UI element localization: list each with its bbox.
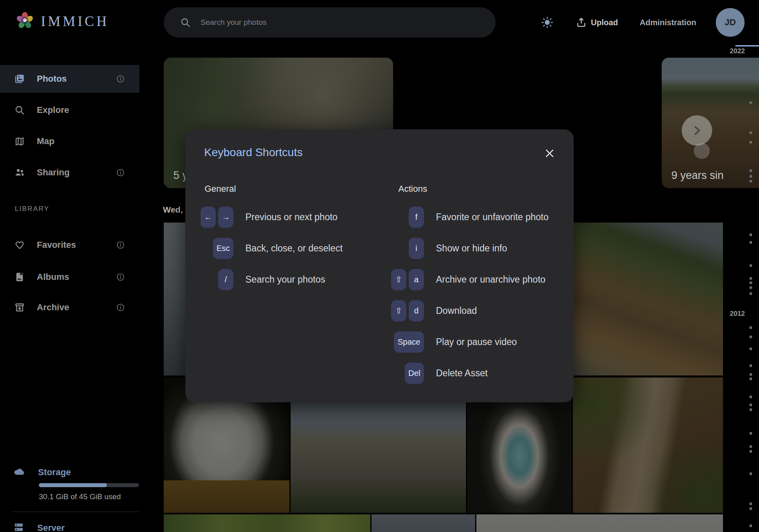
shortcut-row: fFavorite or unfavorite photo — [394, 201, 559, 233]
search-input[interactable] — [200, 18, 458, 27]
shortcut-label: Delete Asset — [436, 368, 488, 379]
sidebar-item-photos[interactable]: Photos — [0, 65, 139, 93]
search-icon — [180, 17, 191, 28]
scrubber-position-indicator — [735, 45, 759, 46]
upload-button[interactable]: Upload — [576, 12, 618, 33]
immich-logo[interactable]: IMMICH — [15, 11, 109, 32]
cloud-icon — [13, 465, 26, 480]
shortcut-row: ←→Previous or next photo — [200, 201, 394, 233]
modal-title: Keyboard Shortcuts — [204, 146, 303, 159]
scrubber-dot — [749, 472, 752, 475]
search-bar[interactable] — [164, 7, 496, 38]
sidebar-item-label: Archive — [37, 302, 69, 313]
shortcut-label: Back, close, or deselect — [245, 243, 343, 254]
logo-wordmark: IMMICH — [41, 14, 109, 30]
info-icon — [116, 74, 125, 83]
scrubber-dot — [749, 395, 752, 398]
shortcut-keys: / — [200, 269, 233, 290]
sidebar-item-map[interactable]: Map — [0, 127, 139, 155]
keycap: Esc — [213, 238, 233, 259]
sidebar-item-explore[interactable]: Explore — [0, 96, 139, 124]
sidebar: Photos Explore — [0, 45, 139, 532]
sidebar-item-albums[interactable]: Albums — [0, 263, 139, 291]
scrubber-dot — [749, 141, 752, 144]
storage-heading: Storage — [38, 467, 71, 478]
scrubber-dot — [749, 326, 752, 329]
scrubber-dot — [749, 364, 752, 367]
scrubber-dot — [749, 432, 752, 435]
sidebar-item-archive[interactable]: Archive — [0, 293, 139, 321]
shortcut-row: SpacePlay or pause video — [394, 326, 559, 357]
albums-icon — [14, 271, 25, 283]
shortcut-keys: i — [394, 238, 424, 259]
shortcut-keys: Del — [394, 363, 424, 384]
scrubber-dot — [749, 180, 752, 183]
scrubber-dot — [749, 286, 752, 289]
scrubber-dot — [749, 524, 752, 527]
sidebar-item-label: Explore — [37, 105, 69, 115]
info-icon — [116, 168, 125, 177]
scrubber-dot — [749, 335, 752, 338]
shortcut-row: iShow or hide info — [394, 233, 559, 264]
scrubber-dot — [749, 175, 752, 178]
shortcut-keys: ⇧a — [394, 269, 424, 290]
shortcut-section-heading: General — [205, 183, 394, 195]
memory-card-3-label: 9 years sin — [671, 169, 724, 182]
scrubber-dot — [749, 445, 752, 448]
storage-progress-fill — [39, 483, 107, 487]
shortcut-label: Play or pause video — [436, 337, 517, 347]
timeline-scrubber[interactable]: 2022 2012 — [727, 45, 759, 532]
shortcut-section-heading: Actions — [398, 183, 559, 195]
shortcut-columns: General←→Previous or next photoEscBack, … — [200, 183, 559, 389]
shortcut-label: Archive or unarchive photo — [436, 274, 546, 285]
library-section-heading: LIBRARY — [15, 205, 49, 213]
sidebar-item-label: Favorites — [37, 240, 76, 250]
storage-usage-text: 30.1 GiB of 45 GiB used — [39, 492, 121, 501]
keycap: → — [218, 207, 233, 228]
shortcut-row: /Search your photos — [200, 264, 394, 295]
photo-thumbnail[interactable] — [573, 377, 723, 513]
upload-icon — [576, 17, 587, 28]
photo-thumbnail[interactable] — [371, 514, 475, 532]
shortcut-row: EscBack, close, or deselect — [200, 233, 394, 264]
keycap: Space — [394, 331, 424, 353]
scrubber-dot — [749, 373, 752, 376]
shortcut-label: Previous or next photo — [245, 212, 337, 223]
chevron-right-icon — [690, 124, 704, 137]
shortcut-column: ActionsfFavorite or unfavorite photoiSho… — [394, 183, 559, 389]
date-group-header: Wed, — [163, 205, 183, 215]
sidebar-item-label: Albums — [37, 272, 69, 282]
photo-thumbnail[interactable] — [164, 514, 370, 532]
memory-next-button[interactable] — [682, 115, 712, 146]
archive-icon — [14, 302, 25, 313]
scrubber-dot — [749, 101, 752, 104]
close-button[interactable] — [541, 145, 558, 162]
photo-thumbnail[interactable] — [476, 514, 723, 532]
shortcut-keys: Esc — [200, 238, 233, 259]
shortcut-row: ⇧dDownload — [394, 295, 559, 326]
shortcut-row: ⇧aArchive or unarchive photo — [394, 264, 559, 295]
scrubber-dot — [749, 277, 752, 280]
shortcut-keys: ⇧d — [394, 300, 424, 321]
shortcut-keys: Space — [394, 331, 424, 353]
shortcut-keys: f — [394, 207, 424, 228]
user-avatar[interactable]: JD — [716, 8, 745, 37]
shortcut-label: Favorite or unfavorite photo — [436, 212, 548, 223]
scrubber-dot — [749, 131, 752, 134]
administration-label: Administration — [640, 18, 696, 27]
photos-icon — [14, 73, 25, 84]
scrubber-dot — [749, 347, 752, 350]
keycap: ⇧ — [391, 269, 406, 290]
sidebar-item-favorites[interactable]: Favorites — [0, 231, 139, 259]
server-icon — [13, 521, 25, 532]
server-heading: Server — [37, 523, 65, 532]
scrubber-dot — [749, 502, 752, 505]
scrubber-dot — [749, 450, 752, 453]
sidebar-item-sharing[interactable]: Sharing — [0, 159, 139, 187]
keycap: ← — [201, 207, 216, 228]
close-icon — [544, 147, 556, 159]
theme-toggle-button[interactable] — [537, 12, 558, 33]
map-icon — [14, 136, 25, 147]
shortcut-label: Search your photos — [245, 274, 325, 285]
administration-link[interactable]: Administration — [640, 12, 696, 33]
